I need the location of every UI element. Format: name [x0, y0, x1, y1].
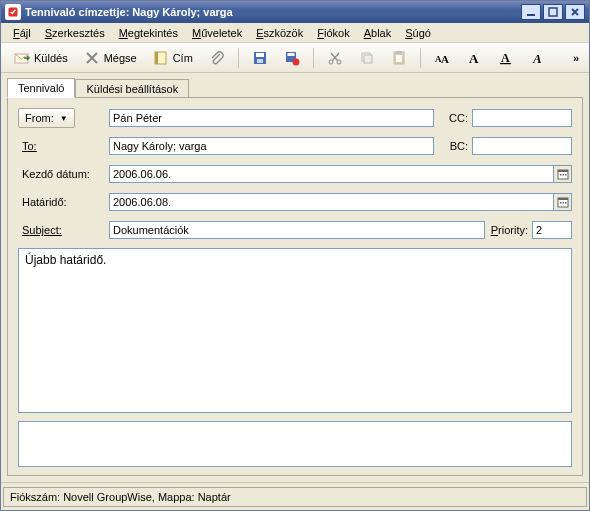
- from-field[interactable]: [109, 109, 434, 127]
- font-dialog-button[interactable]: AA: [427, 46, 457, 70]
- copy-button[interactable]: [352, 46, 382, 70]
- priority-field[interactable]: [532, 221, 572, 239]
- copy-icon: [359, 50, 375, 66]
- bold-icon: A: [466, 50, 482, 66]
- svg-rect-8: [257, 59, 263, 63]
- subject-field[interactable]: [109, 221, 485, 239]
- svg-rect-18: [396, 55, 402, 62]
- svg-rect-31: [558, 198, 568, 200]
- svg-text:A: A: [441, 53, 449, 65]
- status-text: Fiókszám: Novell GroupWise, Mappa: Naptá…: [3, 487, 587, 507]
- due-date-field[interactable]: [109, 193, 554, 211]
- menu-accounts[interactable]: Fiókok: [311, 25, 355, 41]
- subject-label: Subject:: [18, 220, 66, 240]
- toolbar: Küldés Mégse Cím AA: [1, 43, 589, 73]
- tab-task[interactable]: Tennivaló: [7, 78, 75, 98]
- toolbar-overflow-button[interactable]: »: [569, 52, 583, 64]
- to-field[interactable]: [109, 137, 434, 155]
- svg-rect-23: [500, 63, 511, 64]
- to-label: To:: [18, 136, 41, 156]
- svg-rect-32: [560, 202, 562, 204]
- address-button[interactable]: Cím: [146, 46, 200, 70]
- svg-rect-1: [527, 14, 535, 16]
- svg-text:A: A: [532, 51, 542, 66]
- window-title: Tennivaló címzettje: Nagy Károly; varga: [25, 6, 521, 18]
- paperclip-icon: [209, 50, 225, 66]
- tab-strip: Tennivaló Küldési beállítások: [1, 73, 589, 97]
- svg-point-11: [292, 58, 299, 65]
- paste-button[interactable]: [384, 46, 414, 70]
- font-icon: AA: [434, 50, 450, 66]
- save-draft-button[interactable]: [277, 46, 307, 70]
- svg-rect-17: [396, 51, 402, 54]
- underline-icon: A: [498, 50, 514, 66]
- address-book-icon: [153, 50, 169, 66]
- save-button[interactable]: [245, 46, 275, 70]
- svg-rect-28: [562, 174, 564, 176]
- due-date-picker-button[interactable]: [554, 193, 572, 211]
- close-button[interactable]: [565, 4, 585, 20]
- maximize-button[interactable]: [543, 4, 563, 20]
- priority-label: Priority:: [491, 224, 528, 236]
- svg-rect-5: [155, 52, 158, 64]
- task-panel: From: ▼ CC: To: BC: Kezdő dátum:: [7, 97, 583, 476]
- attachment-area[interactable]: [18, 421, 572, 467]
- title-bar: Tennivaló címzettje: Nagy Károly; varga: [1, 1, 589, 23]
- calendar-icon: [557, 196, 569, 208]
- scissors-icon: [327, 50, 343, 66]
- save-draft-icon: [284, 50, 300, 66]
- svg-point-13: [337, 60, 341, 64]
- paste-icon: [391, 50, 407, 66]
- svg-rect-27: [560, 174, 562, 176]
- menu-window[interactable]: Ablak: [358, 25, 398, 41]
- bc-field[interactable]: [472, 137, 572, 155]
- cc-label: CC:: [440, 112, 468, 124]
- svg-text:A: A: [501, 51, 510, 65]
- attach-button[interactable]: [202, 46, 232, 70]
- due-date-label: Határidő:: [18, 192, 71, 212]
- menu-bar: Fájl Szerkesztés Megtekintés Műveletek E…: [1, 23, 589, 43]
- app-icon: [5, 4, 21, 20]
- separator: [313, 48, 314, 68]
- bc-label: BC:: [440, 140, 468, 152]
- send-icon: [14, 50, 30, 66]
- cancel-icon: [84, 50, 100, 66]
- chevron-down-icon: ▼: [60, 114, 68, 123]
- start-date-label: Kezdő dátum:: [18, 164, 94, 184]
- start-date-field[interactable]: [109, 165, 554, 183]
- svg-rect-26: [558, 170, 568, 172]
- underline-button[interactable]: A: [491, 46, 521, 70]
- status-bar: Fiókszám: Novell GroupWise, Mappa: Naptá…: [1, 482, 589, 510]
- svg-point-12: [329, 60, 333, 64]
- from-dropdown[interactable]: From: ▼: [18, 108, 75, 128]
- separator: [238, 48, 239, 68]
- menu-tools[interactable]: Eszközök: [250, 25, 309, 41]
- svg-text:A: A: [469, 51, 479, 66]
- app-window: Tennivaló címzettje: Nagy Károly; varga …: [0, 0, 590, 511]
- minimize-button[interactable]: [521, 4, 541, 20]
- message-body[interactable]: Újabb határidő.: [18, 248, 572, 413]
- send-button[interactable]: Küldés: [7, 46, 75, 70]
- svg-rect-33: [562, 202, 564, 204]
- save-icon: [252, 50, 268, 66]
- svg-rect-10: [287, 53, 294, 56]
- menu-actions[interactable]: Műveletek: [186, 25, 248, 41]
- menu-view[interactable]: Megtekintés: [113, 25, 184, 41]
- svg-rect-2: [549, 8, 557, 16]
- italic-button[interactable]: A: [523, 46, 553, 70]
- menu-help[interactable]: Súgó: [399, 25, 437, 41]
- tab-send-options[interactable]: Küldési beállítások: [75, 79, 189, 98]
- cut-button[interactable]: [320, 46, 350, 70]
- start-date-picker-button[interactable]: [554, 165, 572, 183]
- menu-file[interactable]: Fájl: [7, 25, 37, 41]
- cc-field[interactable]: [472, 109, 572, 127]
- svg-rect-7: [256, 53, 264, 57]
- separator: [420, 48, 421, 68]
- svg-rect-15: [364, 55, 372, 63]
- svg-rect-34: [565, 202, 567, 204]
- bold-button[interactable]: A: [459, 46, 489, 70]
- svg-rect-29: [565, 174, 567, 176]
- calendar-icon: [557, 168, 569, 180]
- cancel-button[interactable]: Mégse: [77, 46, 144, 70]
- menu-edit[interactable]: Szerkesztés: [39, 25, 111, 41]
